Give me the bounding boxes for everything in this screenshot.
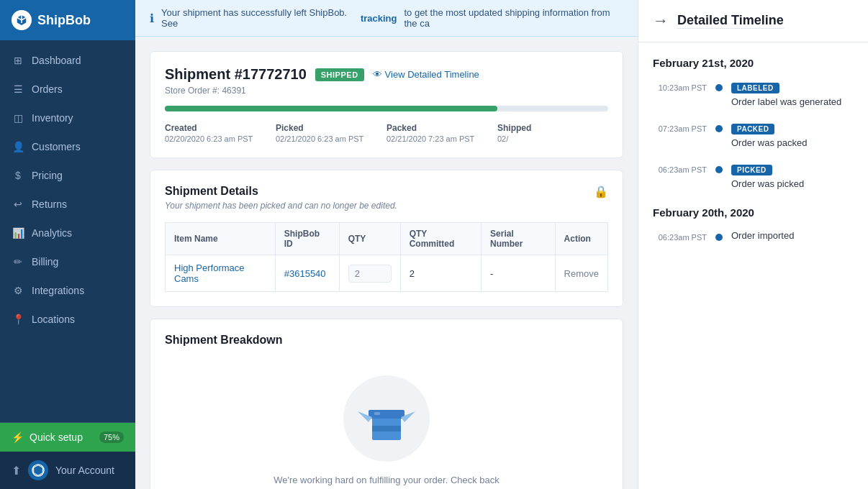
qty-input[interactable] [348, 265, 392, 283]
step-packed: Packed 02/21/2020 7:23 am PST [386, 123, 497, 143]
event-body: PICKED Order was picked [731, 163, 854, 189]
sidebar-item-dashboard[interactable]: ⊞ Dashboard [0, 46, 135, 75]
timeline-close-arrow[interactable]: → [653, 12, 669, 30]
timeline-event: 06:23am PST Order imported [653, 230, 854, 242]
sidebar-item-analytics[interactable]: 📊 Analytics [0, 219, 135, 247]
info-icon: ℹ [150, 12, 154, 25]
dashboard-icon: ⊞ [12, 54, 24, 67]
step-date: 02/21/2020 6:23 am PST [276, 134, 386, 143]
event-description: Order was picked [731, 178, 854, 189]
returns-icon: ↩ [12, 198, 24, 211]
cell-qty-committed: 2 [400, 255, 481, 292]
event-body: Order imported [731, 230, 854, 241]
brand-name: ShipBob [37, 13, 91, 28]
step-created: Created 02/20/2020 6:23 am PST [165, 123, 276, 143]
step-label: Picked [276, 123, 386, 133]
sidebar-item-billing[interactable]: ✏ Billing [0, 247, 135, 276]
shipment-breakdown-card: Shipment Breakdown [150, 319, 623, 489]
lightning-icon: ⚡ [12, 431, 24, 443]
timeline-section-feb21: February 21st, 2020 10:23am PST LABELED … [653, 57, 854, 189]
step-date: 02/ [497, 134, 608, 143]
dot-col [715, 163, 723, 173]
breakdown-message-line1: We're working hard on fulfilling your or… [273, 475, 499, 489]
remove-button[interactable]: Remove [564, 268, 599, 279]
svg-rect-3 [372, 426, 401, 431]
svg-rect-4 [374, 412, 380, 415]
customers-icon: 👤 [12, 140, 24, 153]
step-label: Shipped [497, 123, 608, 133]
event-time: 07:23am PST [653, 122, 707, 133]
step-date: 02/21/2020 7:23 am PST [386, 134, 497, 143]
eye-icon: 👁 [373, 69, 382, 80]
sidebar-item-label: Integrations [32, 285, 84, 296]
main-content: ℹ Your shipment has successfully left Sh… [135, 0, 638, 489]
step-shipped: Shipped 02/ [497, 123, 608, 143]
cell-shipbob-id: #3615540 [275, 255, 339, 292]
breakdown-title: Shipment Breakdown [165, 334, 608, 347]
sidebar-item-inventory[interactable]: ◫ Inventory [0, 104, 135, 132]
sidebar-item-pricing[interactable]: $ Pricing [0, 161, 135, 190]
timeline-event: 07:23am PST PACKED Order was packed [653, 122, 854, 148]
event-time: 10:23am PST [653, 81, 707, 92]
sidebar-item-orders[interactable]: ☰ Orders [0, 75, 135, 104]
progress-bar-container [165, 106, 608, 111]
timeline-dot [715, 125, 723, 132]
timeline-section-feb20: February 20th, 2020 06:23am PST Order im… [653, 206, 854, 242]
sidebar-item-label: Billing [32, 256, 58, 268]
shipment-header-card: Shipment #17772710 SHIPPED 👁 View Detail… [150, 51, 623, 158]
timeline-event: 06:23am PST PICKED Order was picked [653, 163, 854, 189]
sidebar-item-integrations[interactable]: ⚙ Integrations [0, 276, 135, 305]
quick-setup-left: ⚡ Quick setup [12, 431, 83, 443]
cell-qty [339, 255, 400, 292]
quick-setup-button[interactable]: ⚡ Quick setup 75% [0, 423, 135, 452]
timeline-date-heading: February 20th, 2020 [653, 206, 854, 219]
shipment-details-table: Item Name ShipBob ID QTY QTY Committed S… [165, 222, 608, 292]
item-name-link[interactable]: High Performace Cams [174, 262, 245, 284]
svg-point-0 [32, 465, 44, 476]
sidebar-item-locations[interactable]: 📍 Locations [0, 305, 135, 334]
cell-action: Remove [555, 255, 607, 292]
sidebar-nav: ⊞ Dashboard ☰ Orders ◫ Inventory 👤 Custo… [0, 40, 135, 422]
content-area: Shipment #17772710 SHIPPED 👁 View Detail… [135, 37, 638, 489]
shipbob-id-link[interactable]: #3615540 [284, 268, 326, 279]
cell-serial-number: - [482, 255, 555, 292]
dot-col [715, 230, 723, 241]
view-detailed-timeline-link[interactable]: 👁 View Detailed Timeline [373, 69, 479, 80]
shipped-badge: SHIPPED [315, 68, 364, 81]
event-body: PACKED Order was packed [731, 122, 854, 148]
store-order: Store Order #: 46391 [165, 86, 608, 96]
timeline-dot [715, 234, 723, 241]
flying-box-illustration [358, 390, 415, 447]
sidebar-header[interactable]: ShipBob [0, 0, 135, 40]
your-account-label: Your Account [55, 465, 114, 476]
sidebar-item-returns[interactable]: ↩ Returns [0, 190, 135, 219]
shipment-details-card: Shipment Details Your shipment has been … [150, 170, 623, 307]
dot-col [715, 81, 723, 91]
event-time: 06:23am PST [653, 230, 707, 242]
col-header-qty-committed: QTY Committed [400, 223, 481, 255]
illustration-circle [343, 375, 430, 462]
sidebar-item-label: Analytics [32, 227, 72, 239]
timeline-panel-title: Detailed Timeline [677, 13, 784, 29]
sidebar-item-customers[interactable]: 👤 Customers [0, 132, 135, 161]
cell-item-name: High Performace Cams [166, 255, 276, 292]
sidebar-item-label: Returns [32, 198, 67, 210]
shipment-details-subtitle: Your shipment has been picked and can no… [165, 201, 397, 211]
col-header-item-name: Item Name [166, 223, 276, 255]
col-header-action: Action [555, 223, 607, 255]
breakdown-illustration: We're working hard on fulfilling your or… [165, 361, 608, 489]
col-header-shipbob-id: ShipBob ID [275, 223, 339, 255]
event-badge: PACKED [731, 124, 774, 134]
view-timeline-label: View Detailed Timeline [385, 69, 479, 80]
integrations-icon: ⚙ [12, 284, 24, 297]
event-badge: LABELED [731, 83, 779, 93]
col-header-qty: QTY [339, 223, 400, 255]
event-description: Order label was generated [731, 96, 854, 107]
timeline-dot [715, 166, 723, 173]
event-badge: PICKED [731, 165, 772, 175]
sidebar-item-label: Dashboard [32, 55, 81, 66]
your-account-button[interactable]: ⬆ Your Account [0, 452, 135, 489]
step-date: 02/20/2020 6:23 am PST [165, 134, 276, 143]
lock-icon: 🔒 [594, 185, 608, 198]
tracking-link[interactable]: tracking [361, 13, 397, 24]
